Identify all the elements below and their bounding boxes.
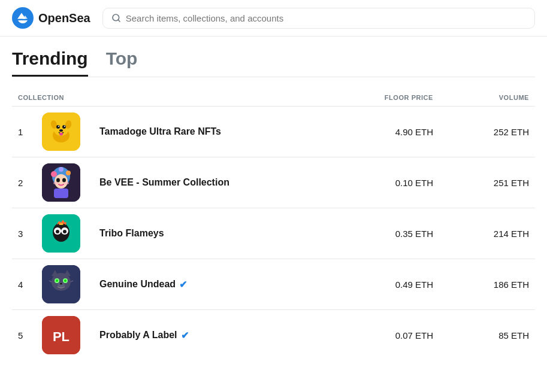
- svg-point-37: [56, 279, 58, 282]
- svg-point-18: [66, 171, 71, 175]
- collection-image: PL: [42, 316, 80, 354]
- collection-image: [42, 163, 80, 202]
- collection-name: Tribo Flameys: [90, 228, 337, 239]
- floor-price: 0.49 ETH: [337, 279, 433, 290]
- svg-text:PL: PL: [53, 329, 69, 344]
- svg-point-12: [59, 129, 63, 132]
- verified-icon: ✔: [181, 330, 189, 341]
- collection-name: Genuine Undead ✔: [90, 279, 337, 290]
- volume: 251 ETH: [433, 178, 529, 188]
- collection-name: Probably A Label ✔: [90, 330, 337, 341]
- svg-point-10: [58, 126, 59, 127]
- svg-point-19: [59, 167, 64, 172]
- main-content: Trending Top COLLECTION FLOOR PRICE VOLU…: [0, 37, 547, 360]
- svg-point-11: [64, 126, 65, 127]
- floor-price: 0.07 ETH: [337, 330, 433, 341]
- rank: 4: [18, 279, 42, 290]
- floor-price: 4.90 ETH: [337, 127, 433, 137]
- collection-image: [42, 113, 80, 151]
- col-header-collection: COLLECTION: [18, 94, 337, 101]
- col-header-volume: VOLUME: [433, 94, 529, 101]
- svg-point-21: [62, 178, 66, 183]
- table-row[interactable]: 5 PL Probably A Label ✔ 0.07 ETH 85 ETH: [12, 309, 535, 360]
- search-input[interactable]: [126, 13, 526, 23]
- floor-price: 0.10 ETH: [337, 178, 433, 188]
- table-row[interactable]: 1: [12, 106, 535, 157]
- table-row[interactable]: 3 Tribo Flameys 0.35 ETH 214 ETH: [12, 208, 535, 259]
- logo-text: OpenSea: [38, 11, 90, 25]
- volume: 85 ETH: [433, 330, 529, 341]
- search-bar[interactable]: [102, 8, 535, 29]
- tabs: Trending Top: [12, 48, 535, 77]
- svg-point-40: [60, 283, 62, 285]
- svg-point-8: [56, 125, 60, 129]
- svg-point-17: [51, 171, 57, 177]
- rank: 1: [18, 127, 42, 137]
- svg-point-9: [62, 125, 66, 129]
- collection-name: Tamadoge Ultra Rare NFTs: [90, 126, 337, 137]
- volume: 252 ETH: [433, 127, 529, 137]
- search-icon: [111, 13, 121, 23]
- tab-trending[interactable]: Trending: [12, 48, 88, 77]
- svg-point-29: [56, 230, 59, 233]
- rank: 5: [18, 330, 42, 341]
- collection-image: [42, 214, 80, 253]
- rank: 2: [18, 178, 42, 188]
- rank: 3: [18, 229, 42, 239]
- volume: 214 ETH: [433, 229, 529, 239]
- verified-icon: ✔: [179, 279, 187, 290]
- table-header: COLLECTION FLOOR PRICE VOLUME: [12, 89, 535, 106]
- svg-point-22: [53, 182, 58, 184]
- svg-point-16: [55, 174, 68, 189]
- table-row[interactable]: 4: [12, 259, 535, 309]
- svg-point-23: [64, 182, 69, 184]
- opensea-logo-icon: [12, 7, 34, 29]
- collection-image: [42, 265, 80, 303]
- floor-price: 0.35 ETH: [337, 229, 433, 239]
- svg-rect-24: [54, 189, 68, 198]
- collection-name: Be VEE - Summer Collection: [90, 177, 337, 188]
- logo[interactable]: OpenSea: [12, 7, 90, 29]
- volume: 186 ETH: [433, 279, 529, 290]
- tab-divider: [12, 77, 535, 77]
- svg-point-30: [63, 230, 67, 233]
- tab-top[interactable]: Top: [106, 48, 138, 77]
- col-header-floor: FLOOR PRICE: [337, 94, 433, 101]
- svg-line-2: [118, 20, 120, 22]
- svg-point-38: [64, 279, 67, 282]
- svg-point-13: [59, 133, 63, 136]
- svg-point-20: [56, 178, 60, 183]
- header: OpenSea: [0, 0, 547, 37]
- table-row[interactable]: 2: [12, 157, 535, 208]
